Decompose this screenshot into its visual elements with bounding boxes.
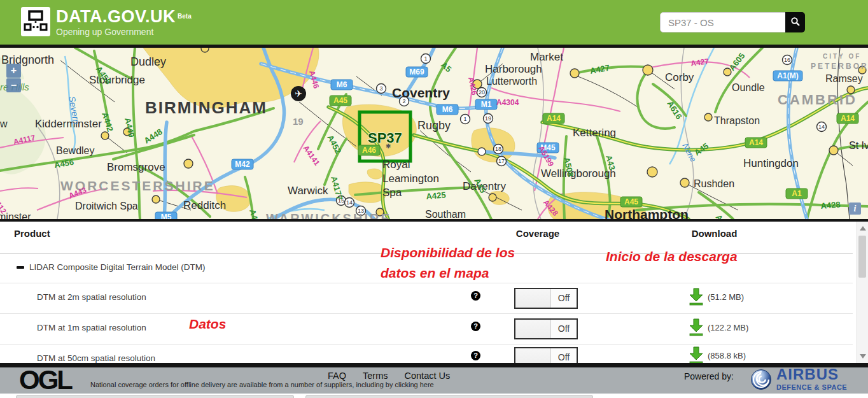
coverage-toggle[interactable]: Off — [514, 288, 578, 309]
footer-note-text: National coverage orders for offline del… — [90, 381, 434, 388]
svg-text:M5: M5 — [161, 213, 172, 219]
bottom-strip — [0, 394, 868, 398]
svg-text:16: 16 — [784, 57, 790, 63]
coverage-map[interactable]: ✈ ✱ SP37 M6M6M69M1M42M45M5A1(M)A45A46A14… — [0, 45, 868, 222]
road-badge: A45 — [620, 197, 642, 207]
road-badge: M42 — [232, 159, 253, 169]
footer-link-faq[interactable]: FAQ — [328, 371, 346, 381]
bottom-panel-edge — [305, 395, 593, 398]
map-label: A428 — [820, 199, 841, 211]
road-badge: 17 — [497, 157, 507, 166]
map-label: PETERBOR — [811, 62, 868, 71]
collapse-icon[interactable] — [17, 266, 24, 269]
ogl-logo[interactable]: OGL — [19, 365, 71, 395]
map-label: Wellingborough — [541, 167, 616, 180]
help-icon[interactable]: ? — [471, 351, 480, 360]
download-link[interactable]: (858.8 kB) — [689, 346, 746, 364]
scrollbar-thumb[interactable] — [858, 236, 866, 278]
map-label: Thrapston — [714, 115, 760, 126]
map-label: CITY OF — [823, 53, 861, 60]
map-label: Ramsey — [825, 73, 863, 84]
road-badge: 16 — [783, 55, 792, 65]
map-label: Harborough — [485, 63, 542, 75]
download-icon — [689, 318, 703, 336]
zoom-in-button[interactable]: + — [6, 64, 21, 78]
annotation-download: Inicio de la descarga — [606, 249, 738, 264]
svg-text:M42: M42 — [235, 160, 250, 169]
product-name: DTM at 1m spatial resolution — [37, 323, 146, 332]
map-label: 19 — [293, 116, 304, 127]
map-info-button[interactable]: i — [849, 203, 861, 215]
road-badge: M5 — [155, 212, 177, 219]
product-name: DTM at 2m spatial resolution — [37, 292, 146, 302]
svg-text:M69: M69 — [409, 68, 424, 76]
map-label: CAMBRID — [778, 92, 857, 108]
brand-block[interactable]: DATA.GOV.UKBeta Opening up Government — [56, 8, 192, 37]
airport-icon: ✈ — [291, 86, 306, 101]
annotation-coverage-line2: datos en el mapa — [381, 266, 489, 281]
download-link[interactable]: (122.2 MB) — [689, 318, 748, 336]
footer-link-contact[interactable]: Contact Us — [405, 371, 451, 381]
map-label: Rugby — [417, 119, 451, 132]
map-label: Northampton — [605, 207, 689, 219]
download-link[interactable]: (51.2 MB) — [689, 288, 744, 306]
download-icon — [689, 288, 703, 306]
road-badge: 18 — [494, 145, 503, 154]
road-badge: A1 — [786, 188, 808, 199]
download-size: (122.2 MB) — [708, 323, 748, 332]
download-size: (51.2 MB) — [708, 292, 744, 302]
vertical-scrollbar[interactable] — [857, 222, 868, 363]
help-icon[interactable]: ? — [471, 322, 480, 331]
column-product: Product — [14, 228, 50, 239]
svg-text:1: 1 — [463, 116, 466, 122]
datagovuk-logo-icon[interactable] — [21, 7, 50, 36]
road-badge: 14 — [817, 122, 827, 132]
svg-text:M6: M6 — [442, 105, 453, 114]
site-header: DATA.GOV.UKBeta Opening up Government — [0, 0, 868, 45]
toggle-slider — [515, 289, 551, 308]
map-label: Rushden — [694, 178, 734, 189]
footer-link-terms[interactable]: Terms — [363, 371, 388, 381]
product-name: DTM at 50cm spatial resolution — [37, 353, 155, 363]
svg-text:A46: A46 — [362, 146, 376, 155]
search-icon — [790, 17, 801, 29]
svg-text:14: 14 — [346, 199, 353, 206]
zoom-out-button[interactable]: − — [6, 78, 21, 92]
scroll-up-arrow[interactable] — [860, 226, 866, 231]
map-label: Spa — [382, 187, 402, 199]
product-table: Product Coverage Download LIDAR Composit… — [0, 222, 868, 363]
svg-text:M6: M6 — [337, 80, 347, 89]
road-badge: M6 — [437, 104, 458, 115]
footer-links: FAQ Terms Contact Us — [328, 371, 450, 381]
site-footer: OGL National coverage orders for offline… — [0, 367, 868, 394]
grid-square-label: SP37 — [368, 130, 402, 146]
road-badge: A45 — [330, 96, 351, 106]
search-button[interactable] — [785, 12, 805, 32]
site-title: DATA.GOV.UK — [56, 7, 176, 26]
svg-text:1: 1 — [424, 55, 427, 62]
coverage-toggle[interactable]: Off — [514, 318, 578, 339]
svg-text:A1: A1 — [792, 189, 802, 198]
road-badge: 1 — [461, 115, 470, 124]
help-icon[interactable]: ? — [471, 291, 480, 301]
road-badge: A14 — [837, 113, 858, 124]
svg-text:A1(M): A1(M) — [777, 71, 798, 80]
road-badge: M6 — [331, 80, 353, 90]
table-row: DTM at 1m spatial resolution ? Off (122.… — [0, 313, 853, 344]
map-label: WARWICKSHIRE — [266, 211, 391, 219]
map-label: Bewdley — [56, 145, 94, 156]
column-coverage: Coverage — [506, 228, 570, 239]
map-label: Warwick — [288, 185, 328, 197]
map-label: St Iv — [849, 140, 868, 151]
map-label: Kidderminster — [35, 118, 102, 130]
svg-text:A45: A45 — [624, 197, 638, 206]
map-label: Corby — [665, 71, 694, 83]
search-input[interactable] — [660, 12, 786, 32]
footer-note: National coverage orders for offline del… — [90, 381, 434, 388]
map-label: Southam — [425, 209, 466, 219]
scroll-down-arrow[interactable] — [860, 354, 866, 359]
svg-text:18: 18 — [495, 146, 501, 152]
svg-text:20: 20 — [479, 89, 485, 96]
road-badge: 3 — [377, 84, 386, 94]
road-badge: 19 — [484, 114, 493, 124]
